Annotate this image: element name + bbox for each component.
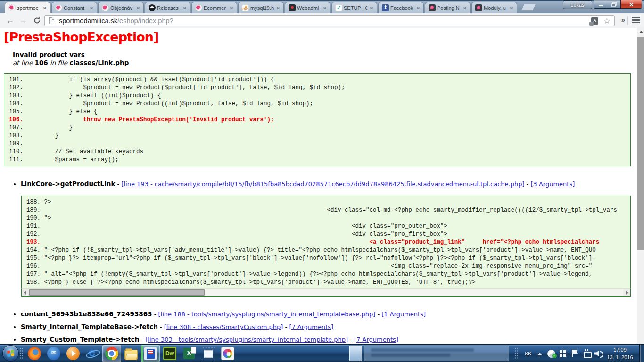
taskbar-firefox-button[interactable] [25,345,44,362]
browser-tab[interactable]: Constant× [51,2,97,13]
tab-close-icon[interactable]: × [135,5,141,11]
tab-label: sportmoc [17,5,41,11]
window-controls [594,0,642,9]
code-line: 196. <img class="replace-2x img-responsi… [26,263,630,271]
code-horizontal-scrollbar[interactable] [21,288,631,296]
language-indicator[interactable]: SK [521,345,535,362]
exception-title: [PrestaShopException] [4,30,158,44]
chrome-icon [105,347,118,360]
stack-file-link[interactable]: [line 193 - cache/smarty/compile/b8/15/f… [121,181,524,188]
browser-tab[interactable]: Facebook× [378,2,424,13]
browser-tab[interactable]: Releases× [145,2,190,13]
taskbar-chrome-button[interactable] [102,345,121,362]
tab-close-icon[interactable]: × [415,5,421,11]
taskbar-thumbnail-button[interactable] [349,346,362,361]
taskbar-clock[interactable]: 17:09 13. 1. 2016 [605,346,635,361]
browser-tab[interactable]: SETUP | C× [331,2,377,13]
network-places-icon[interactable] [558,349,569,358]
stack-arguments-link[interactable]: [7 Arguments] [289,323,333,330]
taskbar-wmp-button[interactable] [64,345,83,362]
system-update-icon[interactable] [546,349,557,358]
minimize-icon [598,2,603,7]
page-vertical-scrollbar[interactable] [637,28,644,362]
stack-arguments-link[interactable]: [1 Arguments] [381,311,426,318]
scroll-right-arrow-icon[interactable] [623,289,630,296]
tab-close-icon[interactable]: × [42,5,48,11]
ie-icon [86,347,99,360]
browser-tab[interactable]: Moduly, u× [471,2,517,13]
browser-tab[interactable]: Objednáv× [98,2,144,13]
stack-function-name: Smarty_Custom_Template->fetch [21,336,139,343]
hidden-icons-chevron[interactable] [537,353,542,355]
taskbar-paint-button[interactable] [218,345,237,362]
url-text: sportmodamilica.sk/eshop/index.php? [59,17,173,25]
code-line: 193. <a class="product_img_link" href="<… [26,239,630,247]
vertical-scrollbar-thumb[interactable] [637,37,644,250]
tab-close-icon[interactable]: × [322,5,328,11]
minimize-button[interactable] [594,0,607,9]
taskbar-explorer-button[interactable] [122,345,140,362]
tab-close-icon[interactable]: × [275,5,281,11]
tab-close-icon[interactable]: × [229,5,234,11]
error-name: Invalid product vars [13,51,129,59]
browser-tab[interactable]: sportmoc× [5,2,50,13]
scroll-up-arrow-icon[interactable] [637,28,644,36]
action-center-icon[interactable] [570,349,581,358]
forward-button[interactable]: → [17,15,29,27]
tab-label: Moduly, u [484,5,507,11]
taskbar-notepad-button[interactable] [199,345,218,362]
tab-close-icon[interactable]: × [89,5,94,11]
stack-file-link[interactable]: [line 308 - classes/SmartyCustom.php] [164,323,283,330]
page-document-icon[interactable] [49,17,54,24]
profile-button[interactable]: Lukáš [563,0,592,9]
address-bar[interactable]: sportmodamilica.sk/eshop/index.php? ☆ [44,15,615,26]
code-line: 190. "> [26,214,630,222]
power-icon[interactable] [581,349,593,358]
code-line: 110. // Set available keywords [9,148,630,156]
browser-tab[interactable]: Posting N× [425,2,471,13]
fb-favicon-icon [382,4,389,11]
browser-tab[interactable]: mysql19.h× [238,2,284,13]
stack-frame: LinkCore->getProductLink - [line 193 - c… [21,180,622,188]
show-desktop-button[interactable] [639,345,644,362]
tab-close-icon[interactable]: × [369,5,374,11]
browser-tab[interactable]: Ecommer× [191,2,237,13]
stack-file-link[interactable]: [line 188 - tools/smarty/sysplugins/smar… [158,311,375,318]
translate-icon[interactable] [591,17,598,25]
toolbar-separator [627,16,628,25]
bookmark-star-icon[interactable]: ☆ [603,16,611,26]
scroll-left-arrow-icon[interactable] [22,289,29,296]
new-tab-button[interactable] [521,4,537,11]
chrome-menu-button[interactable] [631,16,641,25]
taskbar-dreamweaver-button[interactable] [160,345,179,362]
start-button[interactable] [2,345,19,362]
taskbar-thunderbird-button[interactable] [44,345,63,362]
code-line: 109. [9,140,630,148]
restore-button[interactable] [607,0,620,9]
psdark-favicon-icon [475,4,482,11]
page-content: [PrestaShopException] Invalid product va… [0,28,644,362]
taskbar-excel-button[interactable] [180,345,198,362]
code-line: 101. if (is_array($product) && isset($pr… [9,76,630,84]
reload-button[interactable] [31,15,43,27]
stack-arguments-link[interactable]: [3 Arguments] [530,181,575,188]
stack-arguments-link[interactable]: [7 Arguments] [354,336,398,343]
volume-icon[interactable] [593,349,604,358]
url-host: sportmodamilica.sk [59,17,117,25]
paint-icon [221,347,234,360]
taskbar-apps [25,345,238,362]
taskbar-ie-button[interactable] [83,345,102,362]
horizontal-scrollbar-thumb[interactable] [29,289,205,296]
tab-close-icon[interactable]: × [509,5,514,11]
ps-favicon-icon [8,4,16,11]
extensions-overflow-icon[interactable]: » [621,16,625,24]
stack-file-link[interactable]: [line 303 - tools/smarty/sysplugins/smar… [145,336,348,343]
taskbar-floppy-button[interactable] [141,345,160,362]
back-button[interactable]: ← [4,15,16,27]
tab-close-icon[interactable]: × [182,5,188,11]
tab-close-icon[interactable]: × [462,5,468,11]
close-button[interactable] [620,0,642,9]
error-file-name: classes/Link.php [69,59,129,66]
browser-tab[interactable]: Webadmi× [285,2,330,13]
clock-time: 17:09 [605,346,635,354]
